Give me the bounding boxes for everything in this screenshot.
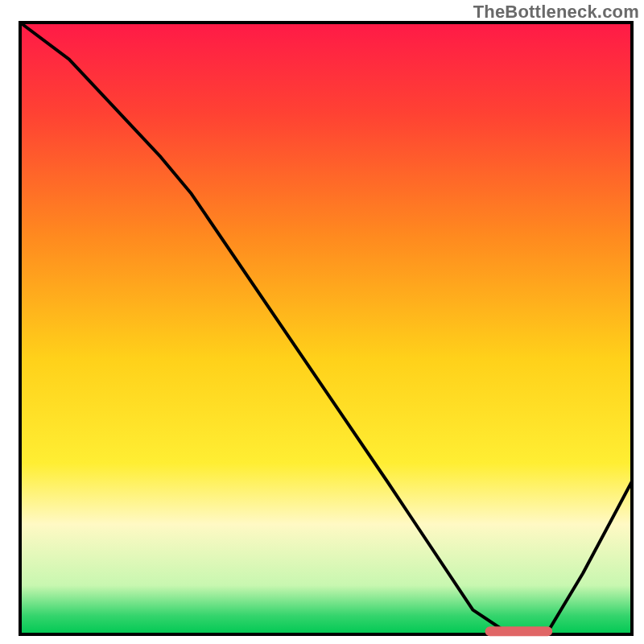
optimal-range-marker (485, 626, 553, 636)
bottleneck-chart (0, 0, 644, 644)
plot-background (20, 23, 632, 634)
chart-container: TheBottleneck.com (0, 0, 644, 644)
